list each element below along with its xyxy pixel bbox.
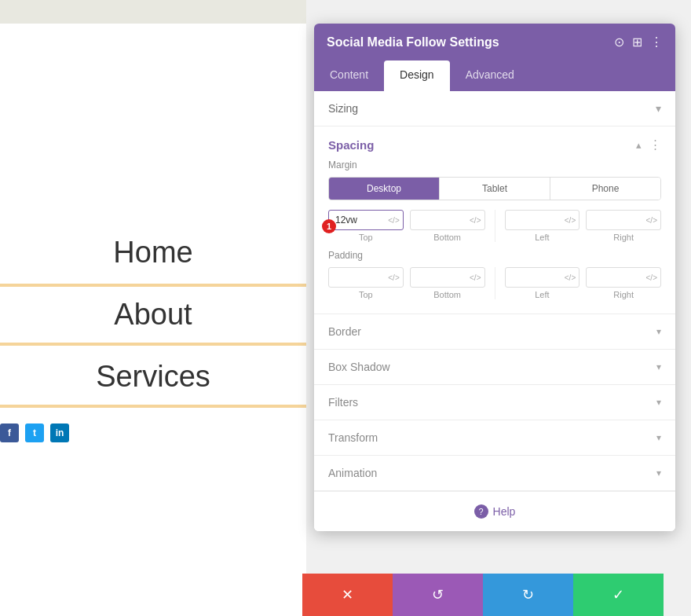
box-shadow-section[interactable]: Box Shadow ▾ (314, 350, 675, 385)
filters-label: Filters (328, 396, 358, 409)
margin-bottom-label: Bottom (433, 233, 461, 242)
sizing-section[interactable]: Sizing ▾ (314, 91, 675, 126)
tab-design[interactable]: Design (384, 60, 450, 92)
tab-content[interactable]: Content (314, 60, 384, 91)
page-background: Home About Services f t in (0, 0, 306, 616)
settings-panel: Social Media Follow Settings ⊙ ⊞ ⋮ Conte… (314, 24, 675, 531)
panel-title: Social Media Follow Settings (327, 35, 499, 50)
margin-bottom-wrap: </> (410, 210, 485, 230)
padding-top-group: </> Top (328, 267, 404, 299)
padding-top-wrap: </> (328, 267, 404, 288)
transform-chevron: ▾ (656, 432, 661, 443)
spacing-title: Spacing (328, 138, 374, 152)
padding-left-wrap: </> (505, 267, 580, 288)
panel-body: Sizing ▾ Spacing ▴ ⋮ Margin Desktop Tabl… (314, 91, 675, 531)
margin-right-label: Right (613, 233, 634, 242)
help-bar: ? Help (314, 491, 675, 531)
padding-bottom-code-icon: </> (470, 273, 481, 282)
sizing-chevron: ▾ (656, 102, 661, 115)
padding-label: Padding (328, 250, 661, 261)
margin-top-label: Top (359, 233, 373, 242)
tab-phone[interactable]: Phone (550, 178, 660, 200)
layout-icon[interactable]: ⊞ (632, 35, 642, 50)
animation-label: Animation (328, 467, 377, 479)
padding-input-row: </> Top </> Bottom (328, 267, 661, 299)
transform-label: Transform (328, 431, 378, 444)
transform-section[interactable]: Transform ▾ (314, 420, 675, 456)
box-shadow-label: Box Shadow (328, 361, 390, 373)
spacing-more-icon[interactable]: ⋮ (649, 138, 661, 152)
help-link[interactable]: ? Help (327, 504, 663, 519)
bottom-bar: ✕ ↺ ↻ ✓ (302, 574, 664, 616)
padding-left-group: </> Left (505, 267, 580, 299)
border-section[interactable]: Border ▾ (314, 314, 675, 350)
margin-bottom-code-icon: </> (470, 216, 481, 225)
undo-button[interactable]: ↺ (393, 574, 483, 616)
panel-tabs: Content Design Advanced (314, 60, 675, 91)
spacing-header: Spacing ▴ ⋮ (314, 126, 675, 160)
margin-top-group: 1 </> Top (328, 210, 404, 242)
facebook-icon[interactable]: f (0, 424, 19, 442)
margin-top-code-icon: </> (388, 216, 399, 225)
badge-1: 1 (322, 219, 336, 233)
margin-left-wrap: </> (505, 210, 580, 230)
top-bar (0, 0, 306, 24)
spacing-section: Spacing ▴ ⋮ Margin Desktop Tablet Phone (314, 126, 675, 314)
margin-left-code-icon: </> (565, 216, 576, 225)
twitter-icon[interactable]: t (25, 424, 44, 442)
save-button[interactable]: ✓ (573, 574, 664, 616)
margin-right-wrap: </> (586, 210, 661, 230)
margin-label: Margin (328, 160, 661, 170)
cancel-button[interactable]: ✕ (302, 574, 393, 616)
navigation: Home About Services f t in (0, 222, 306, 442)
help-circle-icon: ? (474, 504, 488, 519)
focus-icon[interactable]: ⊙ (614, 35, 624, 50)
margin-input-row: 1 </> Top </> Bottom (328, 210, 661, 242)
margin-inputs: 1 </> Top </> Bottom (328, 210, 661, 242)
animation-section[interactable]: Animation ▾ (314, 456, 675, 491)
padding-right-group: </> Right (586, 267, 661, 299)
filters-section[interactable]: Filters ▾ (314, 385, 675, 420)
spacing-collapse-icon[interactable]: ▴ (636, 139, 642, 151)
nav-home[interactable]: Home (0, 222, 306, 284)
margin-right-code-icon: </> (646, 216, 657, 225)
margin-right-group: </> Right (586, 210, 661, 242)
padding-right-code-icon: </> (646, 273, 657, 282)
linkedin-icon[interactable]: in (50, 424, 69, 442)
margin-left-label: Left (535, 233, 549, 242)
margin-left-group: </> Left (505, 210, 580, 242)
padding-bottom-group: </> Bottom (410, 267, 485, 299)
padding-bottom-label: Bottom (433, 290, 461, 299)
sizing-label: Sizing (328, 102, 358, 115)
animation-chevron: ▾ (656, 468, 661, 478)
margin-bottom-group: </> Bottom (410, 210, 485, 242)
padding-right-wrap: </> (586, 267, 661, 288)
more-icon[interactable]: ⋮ (650, 35, 663, 50)
divider-2 (495, 267, 495, 299)
nav-services[interactable]: Services (0, 346, 306, 408)
border-label: Border (328, 325, 361, 338)
padding-left-label: Left (535, 290, 549, 299)
nav-about[interactable]: About (0, 284, 306, 346)
margin-top-wrap: </> (328, 210, 404, 230)
tab-advanced[interactable]: Advanced (450, 60, 530, 91)
spacing-content: Margin Desktop Tablet Phone 1 </> (314, 160, 675, 314)
filters-chevron: ▾ (656, 397, 661, 408)
tab-tablet[interactable]: Tablet (440, 178, 550, 200)
divider-1 (495, 210, 495, 242)
redo-button[interactable]: ↻ (483, 574, 573, 616)
panel-header: Social Media Follow Settings ⊙ ⊞ ⋮ (314, 24, 675, 60)
panel-header-icons: ⊙ ⊞ ⋮ (614, 35, 663, 50)
spacing-header-right: ▴ ⋮ (636, 138, 661, 152)
social-icons-row: f t in (0, 424, 306, 442)
padding-left-code-icon: </> (565, 273, 576, 282)
box-shadow-chevron: ▾ (656, 361, 661, 372)
help-label: Help (493, 505, 516, 518)
device-tabs: Desktop Tablet Phone (328, 177, 661, 200)
border-chevron: ▾ (656, 326, 661, 337)
padding-right-label: Right (613, 290, 634, 299)
padding-top-label: Top (359, 290, 373, 299)
padding-top-code-icon: </> (388, 273, 399, 282)
padding-bottom-wrap: </> (410, 267, 485, 288)
tab-desktop[interactable]: Desktop (329, 178, 440, 200)
